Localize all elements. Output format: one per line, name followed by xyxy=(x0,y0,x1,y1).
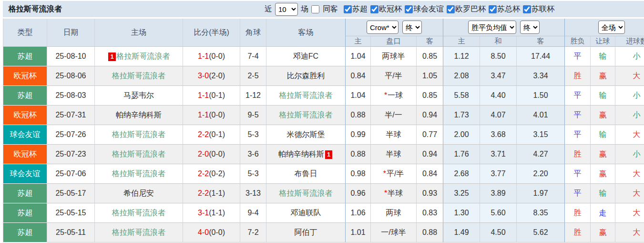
home-team[interactable]: 1格拉斯哥流浪者 xyxy=(95,47,183,66)
handicap-home-odds: 0.88 xyxy=(345,106,371,125)
fulltime-score: 2-2 xyxy=(198,130,209,138)
score[interactable]: 2-0(0-0) xyxy=(183,145,240,164)
avg-odds-select[interactable]: 胜平负均值 xyxy=(468,21,516,34)
col-date: 日期 xyxy=(47,19,95,47)
away-team[interactable]: 米德尔斯堡 xyxy=(266,125,345,145)
filter-label: 苏联杯 xyxy=(532,4,554,14)
match-date: 25-07-06 xyxy=(47,164,95,184)
handicap-star: * xyxy=(384,189,387,197)
near-label: 近 xyxy=(265,4,272,14)
handicap-home-odds: 1.01 xyxy=(345,223,371,243)
filter-苏总杯[interactable]: 苏总杯 xyxy=(489,4,520,14)
halftime-score: (0-1) xyxy=(209,130,225,138)
match-date: 25-05-15 xyxy=(47,203,95,223)
filter-球会友谊[interactable]: 球会友谊 xyxy=(405,4,444,14)
fulltime-score: 3-0 xyxy=(198,72,209,80)
filter-苏联杯[interactable]: 苏联杯 xyxy=(523,4,554,14)
handicap-result: 输 xyxy=(591,47,615,66)
home-team[interactable]: 马瑟韦尔 xyxy=(95,86,183,106)
col-score: 比分(半场) xyxy=(183,19,240,47)
same-opponent-checkbox[interactable] xyxy=(311,5,319,13)
filter-欧罗巴杯[interactable]: 欧罗巴杯 xyxy=(447,4,486,14)
home-team[interactable]: 格拉斯哥流浪者 xyxy=(95,125,183,145)
handicap-star: * xyxy=(383,169,386,178)
filter-欧冠杯[interactable]: 欧冠杯 xyxy=(370,4,402,14)
score[interactable]: 3-1(1-1) xyxy=(183,203,240,223)
avg-away-odds: 2.20 xyxy=(517,164,564,184)
handicap-result: 赢 xyxy=(591,66,615,86)
score[interactable]: 4-0(0-0) xyxy=(183,223,240,243)
home-team-name: 格拉斯哥流浪者 xyxy=(112,150,165,158)
home-team[interactable]: 格拉斯哥流浪者 xyxy=(95,145,183,164)
away-team[interactable]: 比尔森胜利 xyxy=(266,66,345,86)
match-date: 25-08-10 xyxy=(47,47,95,66)
home-team[interactable]: 格拉斯哥流浪者 xyxy=(95,203,183,223)
header-row: 类型 日期 主场 比分(半场) 角球 客场 Crow* 终 xyxy=(3,19,644,36)
filter-苏超[interactable]: 苏超 xyxy=(344,4,368,14)
match-result: 胜 xyxy=(564,203,591,223)
page-title: 格拉斯哥流浪者 xyxy=(3,4,62,14)
handicap-away-odds: 0.85 xyxy=(417,47,443,66)
handicap-time-select[interactable]: 终 xyxy=(402,21,422,34)
filter-label: 苏总杯 xyxy=(497,4,520,14)
score[interactable]: 1-1(0-0) xyxy=(183,47,240,66)
home-team-name: 格拉斯哥流浪者 xyxy=(112,130,165,138)
goals-result: 大 xyxy=(615,125,644,145)
home-team[interactable]: 格拉斯哥流浪者 xyxy=(95,223,183,243)
filter-label: 欧罗巴杯 xyxy=(455,4,486,14)
filter-checkbox[interactable] xyxy=(370,5,378,13)
score[interactable]: 2-2(0-1) xyxy=(183,125,240,145)
match-scope-select[interactable]: 全场 xyxy=(598,21,625,34)
away-team-name: 米德尔斯堡 xyxy=(287,130,325,138)
avg-draw-odds: 4.50 xyxy=(480,223,517,243)
league-type-badge: 苏超 xyxy=(3,203,47,223)
home-team[interactable]: 格拉斯哥流浪者 xyxy=(95,66,183,86)
bookmaker-select[interactable]: Crow* xyxy=(367,21,399,34)
score[interactable]: 1-1(0-0) xyxy=(183,106,240,125)
away-team[interactable]: 邓迪FC xyxy=(266,47,345,66)
home-team[interactable]: 格拉斯哥流浪者 xyxy=(95,164,183,184)
handicap-star: * xyxy=(384,91,387,99)
league-type-badge: 苏超 xyxy=(3,223,47,243)
score[interactable]: 3-0(2-0) xyxy=(183,66,240,86)
corners: 3-13 xyxy=(240,184,266,203)
recent-count-select[interactable]: 10 xyxy=(275,3,298,16)
home-team[interactable]: 帕纳辛纳科斯 xyxy=(95,106,183,125)
filter-checkbox[interactable] xyxy=(523,5,531,13)
fulltime-score: 4-0 xyxy=(198,228,209,236)
filter-checkbox[interactable] xyxy=(405,5,413,13)
filter-checkbox[interactable] xyxy=(489,5,497,13)
handicap-home-odds: 0.99 xyxy=(345,125,371,145)
score[interactable]: 1-1(0-1) xyxy=(183,86,240,106)
avg-home-odds: 1.30 xyxy=(443,203,480,223)
handicap-away-odds: 0.84 xyxy=(417,164,443,184)
col-corners: 角球 xyxy=(240,19,266,47)
away-team[interactable]: 格拉斯哥流浪者 xyxy=(266,184,345,203)
away-team[interactable]: 布鲁日 xyxy=(266,164,345,184)
avg-away-odds: 5.62 xyxy=(517,223,564,243)
handicap-home-odds: 0.96 xyxy=(345,184,371,203)
away-team[interactable]: 格拉斯哥流浪者 xyxy=(266,106,345,125)
home-team-name: 马瑟韦尔 xyxy=(123,91,154,99)
handicap: 半球 xyxy=(371,125,417,145)
score[interactable]: 2-2(0-2) xyxy=(183,164,240,184)
match-rows: 苏超25-08-101格拉斯哥流浪者1-1(0-0)7-4邓迪FC1.04两球半… xyxy=(3,47,644,243)
home-team[interactable]: 希伯尼安 xyxy=(95,184,183,203)
away-team-name: 帕纳辛纳科斯 xyxy=(278,150,324,158)
away-team[interactable]: 邓迪联队 xyxy=(266,203,345,223)
away-team[interactable]: 帕纳辛纳科斯1 xyxy=(266,145,345,164)
avg-time-select[interactable]: 终 xyxy=(520,21,540,34)
filter-checkbox[interactable] xyxy=(344,5,352,13)
score[interactable]: 2-2(1-1) xyxy=(183,184,240,203)
away-team[interactable]: 阿伯丁 xyxy=(266,223,345,243)
games-label: 场 xyxy=(301,4,308,14)
handicap: 半/一 xyxy=(371,106,417,125)
match-result: 平 xyxy=(564,106,591,125)
away-team[interactable]: 格拉斯哥流浪者 xyxy=(266,86,345,106)
handicap: 平/半 xyxy=(371,66,417,86)
col-type: 类型 xyxy=(3,19,47,47)
handicap-result: 赢 xyxy=(591,164,615,184)
handicap: *半球 xyxy=(371,184,417,203)
filter-checkbox[interactable] xyxy=(447,5,455,13)
match-result: 平 xyxy=(564,86,591,106)
